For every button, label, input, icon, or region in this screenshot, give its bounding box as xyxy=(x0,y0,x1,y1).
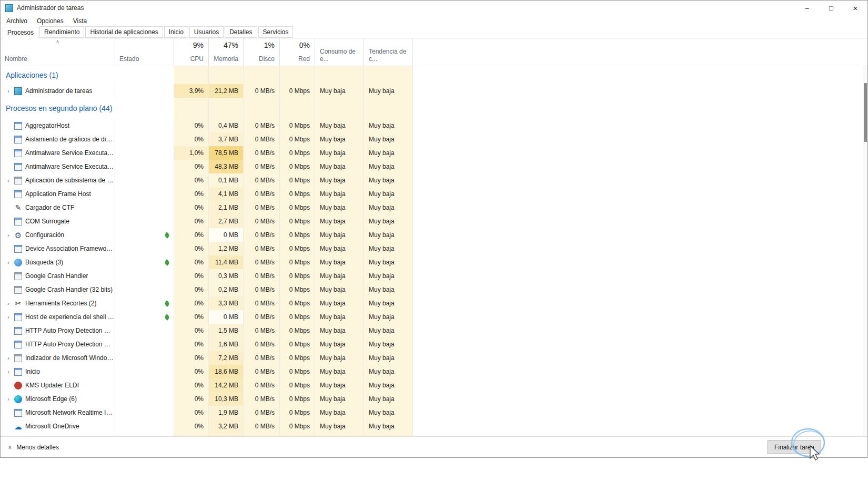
expand-chevron-icon[interactable]: › xyxy=(6,355,11,361)
close-button[interactable]: × xyxy=(843,1,867,15)
process-row[interactable]: › Administrador de tareas 3,9% 21,2 MB 0… xyxy=(1,84,867,98)
maximize-button[interactable]: □ xyxy=(819,1,843,15)
process-row[interactable]: › Indizador de Microsoft Window... 0% 7,… xyxy=(1,351,867,365)
section-header[interactable]: Procesos en segundo plano (44) xyxy=(1,98,867,119)
tab-detalles[interactable]: Detalles xyxy=(225,26,257,38)
network-cell: 0 Mbps xyxy=(280,378,315,392)
process-row[interactable]: › Antimalware Service Executable 1,0% 78… xyxy=(1,146,867,160)
tab-rendimiento[interactable]: Rendimiento xyxy=(39,26,84,38)
process-name: HTTP Auto Proxy Detection Wor... xyxy=(25,327,115,334)
column-header-nombre[interactable]: ∧ Nombre xyxy=(1,38,115,66)
cpu-cell: 0% xyxy=(174,406,209,419)
expand-chevron-icon[interactable]: › xyxy=(6,314,11,320)
tab-usuarios[interactable]: Usuarios xyxy=(189,26,224,38)
disk-cell: 0 MB/s xyxy=(244,337,280,351)
memory-cell: 3,2 MB xyxy=(209,419,244,433)
tab-historial-de-aplicaciones[interactable]: Historial de aplicaciones xyxy=(85,26,163,38)
app-icon xyxy=(5,4,13,12)
expand-chevron-icon[interactable]: › xyxy=(6,396,11,402)
expand-chevron-icon[interactable]: › xyxy=(6,177,11,183)
process-name: Inicio xyxy=(25,368,40,375)
disk-cell: 0 MB/s xyxy=(244,228,280,242)
process-icon xyxy=(14,122,22,130)
process-icon: ⚙ xyxy=(14,231,22,239)
process-row[interactable]: › ☁ Microsoft OneDrive 0% 3,2 MB 0 MB/s … xyxy=(1,419,867,433)
expand-chevron-icon[interactable]: › xyxy=(6,300,11,306)
expand-chevron-icon[interactable]: › xyxy=(6,368,11,375)
process-row[interactable]: › AggregatorHost 0% 0,4 MB 0 MB/s 0 Mbps… xyxy=(1,119,867,132)
scrollbar-thumb[interactable] xyxy=(864,83,867,142)
column-header-memoria[interactable]: 47% Memoria xyxy=(209,38,244,66)
column-header-tendencia[interactable]: Tendencia de c... xyxy=(364,38,413,66)
section-header[interactable]: Aplicaciones (1) xyxy=(1,66,867,84)
process-name: Microsoft OneDrive xyxy=(25,423,79,430)
power-cell: Muy baja xyxy=(315,337,364,351)
disk-cell: 0 MB/s xyxy=(244,255,280,269)
process-row[interactable]: › ⚙ Configuración 0% 0 MB 0 MB/s 0 Mbps … xyxy=(1,228,867,242)
expand-chevron-icon[interactable]: › xyxy=(6,259,11,265)
scrollbar[interactable] xyxy=(863,66,867,437)
menu-opciones[interactable]: Opciones xyxy=(32,17,68,25)
process-name: Microsoft Network Realtime Ins... xyxy=(25,409,115,416)
menos-detalles-toggle[interactable]: ∧ Menos detalles xyxy=(8,444,59,451)
network-cell: 0 Mbps xyxy=(280,119,315,132)
expand-chevron-icon[interactable]: › xyxy=(6,88,11,94)
network-cell: 0 Mbps xyxy=(280,296,315,310)
process-row[interactable]: › Host de experiencia del shell de ... 0… xyxy=(1,310,867,324)
tab-inicio[interactable]: Inicio xyxy=(164,26,188,38)
menu-vista[interactable]: Vista xyxy=(68,17,92,25)
tab-servicios[interactable]: Servicios xyxy=(258,26,294,38)
menu-archivo[interactable]: Archivo xyxy=(2,17,32,25)
trend-cell: Muy baja xyxy=(364,337,413,351)
column-header-red[interactable]: 0% Red xyxy=(280,38,315,66)
process-row[interactable]: › ✂ Herramienta Recortes (2) 0% 3,3 MB 0… xyxy=(1,296,867,310)
status-cell xyxy=(115,173,174,187)
process-name-cell: › HTTP Auto Proxy Detection Wor... xyxy=(1,324,115,337)
process-row[interactable]: › Google Crash Handler 0% 0,3 MB 0 MB/s … xyxy=(1,269,867,283)
process-row[interactable]: › HTTP Auto Proxy Detection Wor... 0% 1,… xyxy=(1,324,867,337)
trend-cell: Muy baja xyxy=(364,351,413,365)
trend-cell: Muy baja xyxy=(364,242,413,255)
memory-cell: 0,3 MB xyxy=(209,269,244,283)
process-row[interactable]: › Application Frame Host 0% 4,1 MB 0 MB/… xyxy=(1,187,867,201)
process-icon xyxy=(14,163,22,171)
disk-cell: 0 MB/s xyxy=(244,214,280,228)
process-row[interactable]: › Google Crash Handler (32 bits) 0% 0,2 … xyxy=(1,283,867,296)
expand-chevron-icon[interactable]: › xyxy=(6,232,11,238)
column-header-estado[interactable]: Estado xyxy=(115,38,174,66)
process-row[interactable]: › Microsoft Network Realtime Ins... 0% 1… xyxy=(1,406,867,419)
process-icon xyxy=(14,286,22,294)
process-row[interactable]: › Aplicación de subsistema de cola 0% 0,… xyxy=(1,173,867,187)
process-row[interactable]: › HTTP Auto Proxy Detection Wor... 0% 1,… xyxy=(1,337,867,351)
process-row[interactable]: › COM Surrogate 0% 2,7 MB 0 MB/s 0 Mbps … xyxy=(1,214,867,228)
process-row[interactable]: › Inicio 0% 18,6 MB 0 MB/s 0 Mbps Muy ba… xyxy=(1,365,867,378)
column-header-cpu[interactable]: 9% CPU xyxy=(174,38,209,66)
column-header-consumo[interactable]: Consumo de e... xyxy=(315,38,364,66)
trend-cell: Muy baja xyxy=(364,378,413,392)
process-row[interactable]: › Búsqueda (3) 0% 11,4 MB 0 MB/s 0 Mbps … xyxy=(1,255,867,269)
tab-procesos[interactable]: Procesos xyxy=(3,27,38,38)
minimize-button[interactable]: – xyxy=(795,1,819,15)
process-icon xyxy=(14,327,22,335)
power-cell: Muy baja xyxy=(315,214,364,228)
process-row[interactable]: › Microsoft Edge (6) 0% 10,3 MB 0 MB/s 0… xyxy=(1,392,867,406)
disk-cell: 0 MB/s xyxy=(244,201,280,214)
trend-cell: Muy baja xyxy=(364,365,413,378)
trend-cell: Muy baja xyxy=(364,310,413,324)
process-row[interactable]: › Device Association Framework ... 0% 1,… xyxy=(1,242,867,255)
process-icon xyxy=(14,149,22,157)
process-row[interactable]: › ✎ Cargador de CTF 0% 2,1 MB 0 MB/s 0 M… xyxy=(1,201,867,214)
process-name-cell: › Búsqueda (3) xyxy=(1,255,115,269)
power-cell: Muy baja xyxy=(315,146,364,160)
cpu-cell: 0% xyxy=(174,324,209,337)
process-name-cell: › Aislamiento de gráficos de disp... xyxy=(1,132,115,146)
process-row[interactable]: › Aislamiento de gráficos de disp... 0% … xyxy=(1,132,867,146)
network-cell: 0 Mbps xyxy=(280,283,315,296)
process-icon xyxy=(14,409,22,417)
process-name: Aplicación de subsistema de cola xyxy=(25,177,115,184)
process-name-cell: › Administrador de tareas xyxy=(1,84,115,98)
column-header-disco[interactable]: 1% Disco xyxy=(244,38,280,66)
trend-cell: Muy baja xyxy=(364,146,413,160)
process-row[interactable]: › Antimalware Service Executable... 0% 4… xyxy=(1,160,867,173)
process-row[interactable]: › KMS Updater ELDI 0% 14,2 MB 0 MB/s 0 M… xyxy=(1,378,867,392)
